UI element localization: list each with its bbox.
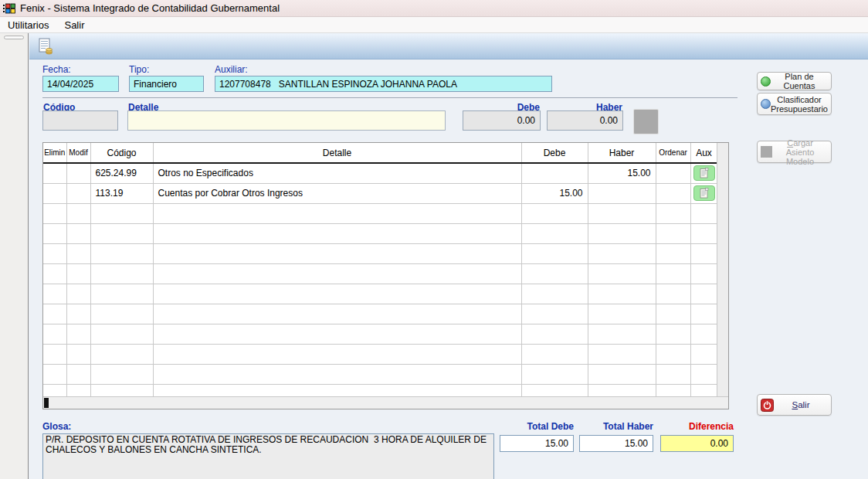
total-debe-field <box>500 435 574 452</box>
header-codigo: Código <box>90 143 153 163</box>
splitter-grip[interactable] <box>4 36 24 39</box>
section-separator <box>42 97 737 98</box>
notepad-icon <box>700 188 709 199</box>
clasificador-presupuestario-button[interactable]: Clasificador Presupuestario <box>757 93 832 115</box>
cell-codigo: 625.24.99 <box>90 163 153 183</box>
grid-body: 625.24.99 Otros no Especificados 15.00 <box>43 163 717 404</box>
cell-detalle: Cuentas por Cobrar Otros Ingresos <box>153 183 521 203</box>
window-title: Fenix - Sistema Integrado de Contabilida… <box>20 2 280 14</box>
header-haber: Haber <box>588 143 656 163</box>
add-entry-button[interactable] <box>633 109 659 134</box>
table-header-row: Elimin Modif Código Detalle Debe Haber O… <box>43 143 717 163</box>
header-aux: Aux <box>690 143 717 163</box>
entries-grid: Elimin Modif Código Detalle Debe Haber O… <box>42 142 729 409</box>
fecha-label: Fecha: <box>42 64 71 75</box>
gray-square-icon <box>761 146 772 158</box>
cell-haber: 15.00 <box>588 163 656 183</box>
auxiliar-input[interactable] <box>215 76 552 92</box>
total-debe-label: Total Debe <box>500 421 574 432</box>
table-row[interactable]: 625.24.99 Otros no Especificados 15.00 <box>43 163 717 183</box>
plan-de-cuentas-button[interactable]: Plan de Cuentas <box>757 72 832 90</box>
window-titlebar: Fenix - Sistema Integrado de Contabilida… <box>0 0 868 17</box>
tipo-label: Tipo: <box>129 64 149 75</box>
aux-button[interactable] <box>693 185 715 201</box>
menu-item-salir[interactable]: Salir <box>56 18 92 32</box>
diferencia-field <box>660 435 734 452</box>
windows-flag-icon <box>3 2 15 15</box>
header-ordenar: Ordenar <box>656 143 690 163</box>
codigo-input[interactable] <box>42 110 118 131</box>
table-row-empty <box>43 304 717 324</box>
left-panel <box>0 33 29 479</box>
diferencia-label: Diferencia <box>660 421 734 432</box>
cell-detalle: Otros no Especificados <box>153 163 521 183</box>
table-row-empty <box>43 203 717 223</box>
menu-item-utilitarios[interactable]: Utilitarios <box>0 18 56 32</box>
tipo-input[interactable] <box>129 76 204 92</box>
horizontal-scrollbar[interactable] <box>43 396 728 409</box>
haber-input[interactable] <box>547 110 623 131</box>
header-detalle: Detalle <box>153 143 521 163</box>
entries-table: Elimin Modif Código Detalle Debe Haber O… <box>43 143 718 405</box>
fecha-input[interactable] <box>42 76 119 92</box>
h-scrollbar-thumb[interactable] <box>44 398 49 408</box>
new-entry-document-icon[interactable] <box>36 36 56 56</box>
blue-sphere-icon <box>761 99 771 109</box>
table-row-empty <box>43 344 717 364</box>
toolbar <box>29 33 868 59</box>
table-row-empty <box>43 364 717 384</box>
power-icon <box>761 399 774 412</box>
total-haber-field <box>579 435 653 452</box>
vertical-scrollbar[interactable] <box>717 143 728 397</box>
notepad-icon <box>700 168 709 178</box>
total-haber-label: Total Haber <box>579 421 653 432</box>
cell-debe <box>521 163 588 183</box>
table-row-empty <box>43 324 717 344</box>
table-row[interactable]: 113.19 Cuentas por Cobrar Otros Ingresos… <box>43 183 717 203</box>
salir-button[interactable]: Salir <box>757 394 832 416</box>
table-row-empty <box>43 263 717 284</box>
auxiliar-label: Auxiliar: <box>215 64 248 75</box>
menubar: Utilitarios Salir <box>0 17 868 33</box>
glosa-label: Glosa: <box>42 421 71 432</box>
header-debe: Debe <box>521 143 588 163</box>
table-row-empty <box>43 223 717 243</box>
table-row-empty <box>43 284 717 304</box>
glosa-textarea[interactable]: P/R. DEPOSITO EN CUENTA ROTATIVA DE INGR… <box>42 433 494 479</box>
cell-haber <box>588 183 656 203</box>
cell-debe: 15.00 <box>521 183 588 203</box>
cargar-asiento-modelo-button[interactable]: Cargar Asiento Modelo <box>757 141 832 163</box>
detalle-input[interactable] <box>127 110 446 131</box>
cell-codigo: 113.19 <box>90 183 153 203</box>
header-elimin: Elimin <box>43 143 66 163</box>
green-sphere-icon <box>761 76 771 87</box>
table-row-empty <box>43 243 717 263</box>
aux-button[interactable] <box>693 165 715 181</box>
header-modif: Modif <box>66 143 90 163</box>
debe-input[interactable] <box>463 110 541 131</box>
